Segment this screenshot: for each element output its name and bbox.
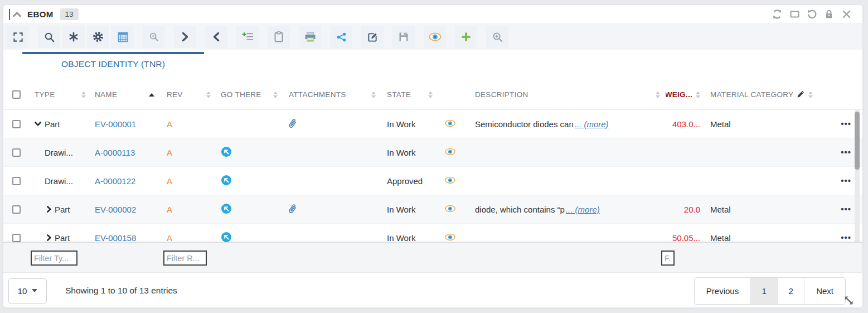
filter-weight-input[interactable]: [661, 251, 675, 266]
search-icon[interactable]: [38, 26, 60, 48]
row-checkbox[interactable]: [12, 148, 21, 157]
column-header-go-there[interactable]: GO THERE: [216, 90, 283, 99]
table-row[interactable]: Part EV-000158 A In Work 50.05... Metal …: [3, 224, 862, 242]
row-state: In Work: [387, 205, 415, 214]
save-icon[interactable]: [392, 26, 415, 48]
edit-icon[interactable]: [361, 26, 384, 48]
scrollbar-thumb[interactable]: [855, 112, 860, 170]
column-header-state[interactable]: STATE: [381, 90, 438, 99]
sort-icon: [206, 92, 211, 98]
row-checkbox[interactable]: [12, 234, 21, 242]
collapse-panel-button[interactable]: [9, 9, 22, 20]
item-link[interactable]: EV-000158: [95, 233, 136, 243]
filter-type-input[interactable]: [31, 251, 77, 266]
go-there-icon[interactable]: [221, 146, 232, 159]
item-link[interactable]: A-0000122: [95, 176, 135, 186]
attachment-paperclip-icon[interactable]: [285, 203, 298, 216]
restore-window-icon[interactable]: [788, 8, 801, 21]
state-eye-icon[interactable]: [445, 119, 455, 129]
table-row[interactable]: Drawi... A-0000122 A Approved •••: [3, 167, 862, 195]
state-eye-icon[interactable]: [445, 176, 455, 186]
grid-icon[interactable]: [111, 26, 134, 48]
row-menu-icon[interactable]: •••: [841, 236, 851, 239]
row-menu-icon[interactable]: •••: [841, 208, 851, 211]
item-link[interactable]: A-0000113: [95, 148, 135, 157]
undo-icon[interactable]: [806, 8, 818, 21]
resize-handle-icon[interactable]: [843, 295, 855, 308]
sort-icon: [808, 92, 813, 98]
print-icon[interactable]: [299, 26, 321, 48]
column-header-material-category[interactable]: MATERIAL CATEGORY: [700, 90, 838, 100]
row-description: Semiconductor diodes can: [475, 119, 574, 129]
add-to-list-icon[interactable]: [236, 26, 259, 48]
chevron-right-icon[interactable]: [47, 234, 51, 241]
lock-icon[interactable]: [823, 8, 835, 21]
row-checkbox[interactable]: [12, 177, 21, 185]
column-header-name[interactable]: NAME: [91, 90, 162, 99]
expand-icon[interactable]: [7, 26, 29, 48]
column-header-type[interactable]: TYPE: [31, 90, 91, 99]
column-header-attachments[interactable]: ATTACHMENTS: [283, 90, 381, 99]
description-more-link[interactable]: ... (more): [575, 119, 609, 129]
go-there-icon[interactable]: [221, 232, 232, 243]
item-link[interactable]: EV-000001: [95, 119, 136, 129]
row-checkbox[interactable]: [12, 120, 21, 128]
table-row[interactable]: Drawi... A-0000113 A In Work •••: [3, 138, 862, 167]
locate-icon[interactable]: [143, 26, 165, 48]
asterisk-icon[interactable]: [62, 26, 85, 48]
table-row[interactable]: Part EV-000002 A In Work diode,: [3, 195, 862, 224]
visibility-eye-icon[interactable]: [424, 26, 446, 48]
row-menu-icon[interactable]: •••: [841, 179, 851, 182]
next-page-button[interactable]: Next: [804, 278, 845, 304]
showing-entries-text: Showing 1 to 10 of 13 entries: [65, 286, 177, 296]
toolbar: [3, 23, 862, 50]
state-eye-icon[interactable]: [445, 205, 455, 214]
state-eye-icon[interactable]: [445, 148, 455, 157]
previous-page-button[interactable]: Previous: [695, 278, 750, 304]
filter-rev-input[interactable]: [163, 251, 207, 266]
pagination: Previous 1 2 Next: [694, 277, 846, 305]
chevron-down-icon[interactable]: [35, 122, 41, 126]
row-weight: 20.0: [684, 205, 700, 214]
chevron-left-icon[interactable]: [205, 26, 227, 48]
plus-icon[interactable]: [455, 26, 477, 48]
row-material: Metal: [710, 233, 731, 243]
table-row[interactable]: Part EV-000001 A In Work Semiconductor d…: [3, 110, 862, 138]
sort-icon: [273, 92, 278, 98]
refresh-icon[interactable]: [771, 8, 783, 21]
row-type: Drawi...: [45, 148, 73, 157]
column-header-weight[interactable]: WEIG...: [666, 90, 700, 99]
tab-object-identity[interactable]: OBJECT IDENTITY (TNR): [22, 52, 204, 69]
chevron-right-icon[interactable]: [174, 26, 196, 48]
row-rev: A: [167, 148, 172, 157]
zoom-in-icon[interactable]: [486, 26, 508, 48]
page-title: EBOM: [27, 9, 54, 19]
go-there-icon[interactable]: [221, 175, 232, 187]
row-rev: A: [167, 205, 172, 214]
row-menu-icon[interactable]: •••: [841, 122, 851, 126]
row-menu-icon[interactable]: •••: [841, 151, 851, 154]
chevron-right-icon[interactable]: [47, 206, 51, 213]
page-size-dropdown[interactable]: 10: [8, 278, 47, 304]
go-there-icon[interactable]: [221, 203, 232, 216]
clipboard-icon[interactable]: [268, 26, 290, 48]
ebom-window: EBOM 13: [3, 4, 863, 308]
vertical-scrollbar[interactable]: [855, 110, 860, 242]
row-rev: A: [167, 119, 172, 129]
item-link[interactable]: EV-000002: [95, 205, 136, 214]
close-icon[interactable]: [840, 8, 852, 21]
row-description: diode, which contains “p: [475, 205, 565, 214]
attachment-paperclip-icon[interactable]: [285, 118, 298, 131]
gear-icon[interactable]: [87, 26, 109, 48]
page-size-value: 10: [18, 286, 27, 296]
row-checkbox[interactable]: [12, 205, 21, 214]
share-icon[interactable]: [330, 26, 352, 48]
page-2-button[interactable]: 2: [777, 278, 804, 304]
state-eye-icon[interactable]: [445, 233, 455, 243]
description-more-link[interactable]: ... (more): [566, 205, 600, 214]
page-1-button[interactable]: 1: [750, 278, 777, 304]
column-header-description[interactable]: DESCRIPTION: [472, 90, 666, 99]
row-state: Approved: [387, 176, 423, 186]
column-header-rev[interactable]: REV: [162, 90, 216, 99]
select-all-checkbox[interactable]: [12, 90, 21, 99]
